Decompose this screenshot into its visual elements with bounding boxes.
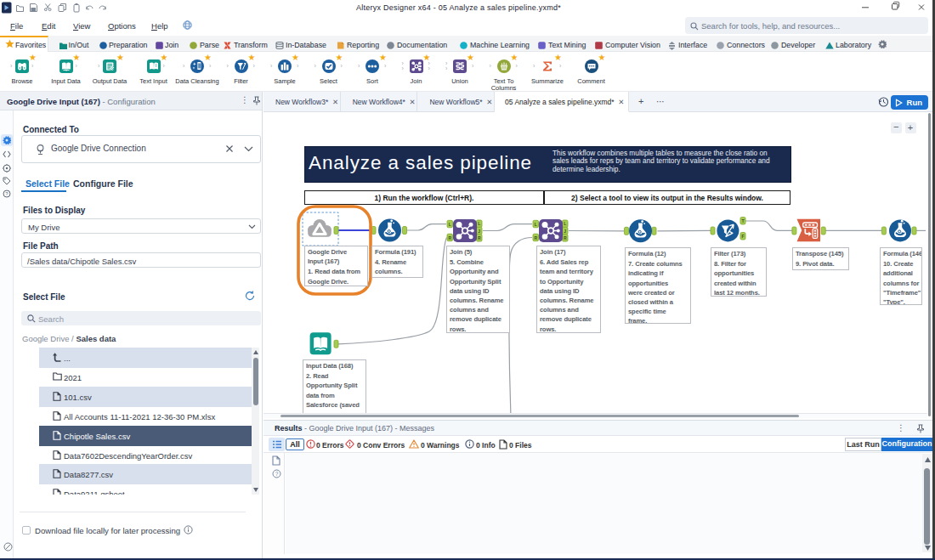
svg-text:F: F — [741, 234, 744, 239]
svg-text:R: R — [564, 235, 567, 240]
svg-text:R: R — [448, 235, 451, 240]
svg-text:L: L — [535, 222, 537, 227]
svg-text:J: J — [564, 229, 566, 234]
svg-text:T: T — [741, 218, 744, 223]
svg-text:L: L — [478, 221, 480, 226]
svg-text:?: ? — [275, 471, 279, 477]
svg-text:R: R — [534, 235, 537, 240]
svg-text:J: J — [478, 229, 480, 234]
svg-text:R: R — [478, 235, 481, 240]
svg-text:?: ? — [5, 191, 8, 196]
svg-text:L: L — [449, 222, 451, 227]
svg-text:L: L — [564, 221, 566, 226]
